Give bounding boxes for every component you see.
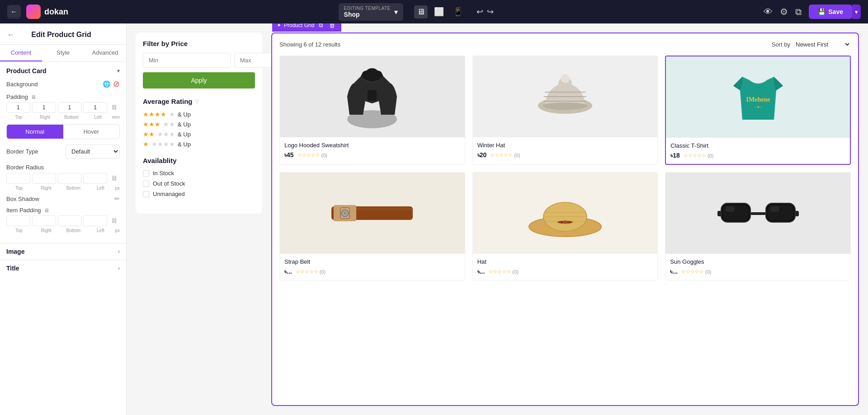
product-rating-goggles: ☆☆☆☆☆ (0) [681,269,711,275]
grid-toolbar-label: Product Grid [284,23,314,28]
normal-state-button[interactable]: Normal [7,125,63,139]
product-price-belt: ৳... [284,268,292,275]
avail-in-stock[interactable]: In Stock [143,170,255,177]
link-padding-icon[interactable]: ⛓ [109,102,120,113]
product-card-hoodie[interactable]: Logo Hooded Sweatshirt ৳45 ☆☆☆☆☆ (0) [279,56,465,165]
svg-text:IMehene: IMehene [746,96,770,103]
radius-right-input[interactable] [32,173,56,184]
product-price-row-tshirt: ৳18 ☆☆☆☆☆ (0) [670,152,845,159]
sort-select[interactable]: Newest First Price: Low to High Price: H… [794,41,851,48]
panel-back-button[interactable]: ← [7,31,14,39]
globe-icon[interactable]: 🌐 [103,80,110,88]
item-pad-bottom-input[interactable] [58,215,82,226]
settings-icon[interactable]: ⚙ [780,6,788,17]
padding-top-input[interactable] [6,102,30,113]
toolbar-delete-button[interactable]: 🗑 [327,23,337,30]
link-radius-icon[interactable]: ⛓ [109,173,120,184]
content-area: Filter by Price Apply Average Rating ▽ ★… [127,23,868,415]
chevron-down-icon: ▾ [394,8,398,16]
product-card-hat[interactable]: Hat ৳... ☆☆☆☆☆ (0) [472,172,658,280]
save-dropdown-button[interactable]: ▾ [852,5,861,19]
product-rating-hoodie: ☆☆☆☆☆ (0) [297,152,327,158]
product-info-winter-hat: Winter Hat ৳20 ☆☆☆☆☆ (0) [473,137,658,163]
border-type-select[interactable]: Default Solid Dashed Dotted [66,145,120,159]
tablet-icon[interactable]: ⬜ [431,5,447,19]
padding-bottom-input[interactable] [58,102,82,113]
star-4: ☆☆☆☆☆ [296,269,318,275]
panel-title: Edit Product Grid [31,31,91,39]
product-price-winter-hat: ৳20 [477,151,487,159]
item-pad-left-input[interactable] [83,215,107,226]
rating-row-4[interactable]: ★★★★★ & Up [143,111,255,118]
product-price-row-hat: ৳... ☆☆☆☆☆ (0) [477,268,653,275]
ip-left-label: Left [88,228,113,233]
sort-by-label: Sort by [772,41,790,48]
product-card-header[interactable]: Product Card ▾ [6,67,120,75]
svg-point-27 [563,220,567,224]
avail-out-of-stock[interactable]: Out of Stock [143,180,255,187]
tab-content[interactable]: Content [0,45,42,61]
product-price-row-winter-hat: ৳20 ☆☆☆☆☆ (0) [477,151,653,159]
layers-icon[interactable]: ⧉ [795,7,802,17]
rating-row-3[interactable]: ★★★★★ & Up [143,121,255,128]
save-icon: 💾 [818,8,826,15]
image-subsection[interactable]: Image › [0,243,126,260]
padding-right-input[interactable] [32,102,56,113]
apply-button[interactable]: Apply [143,72,255,89]
unmanaged-checkbox[interactable] [143,191,149,197]
ip-top-label: Top [6,228,32,233]
radius-top-input[interactable] [6,173,30,184]
undo-button[interactable]: ↩ [476,7,483,17]
in-stock-checkbox[interactable] [143,170,149,177]
star-3: ☆☆☆☆☆ [684,153,706,159]
back-button[interactable]: ← [7,5,21,19]
rating-row-1[interactable]: ★★★★★ & Up [143,140,255,148]
link-item-pad-icon[interactable]: ⛓ [109,215,120,226]
straw-hat-svg [524,177,606,249]
ip-unit-label: px [115,228,120,233]
preview-icon[interactable]: 👁 [764,7,773,17]
product-card-belt[interactable]: Strap Belt ৳... ☆☆☆☆☆ (0) [279,172,465,280]
background-field: Background 🌐 ⊘ [6,79,120,89]
redo-button[interactable]: ↪ [487,7,494,17]
editing-template-selector[interactable]: EDITING TEMPLATE Shop ▾ [339,3,403,21]
product-card-tshirt[interactable]: IMehene ~✦~ Classic T-Shirt ৳18 ☆☆☆☆☆ (0… [665,56,851,165]
avail-unmanaged[interactable]: Unmanaged [143,191,255,197]
hover-state-button[interactable]: Hover [63,125,120,139]
product-card-title: Product Card [6,67,47,75]
item-pad-right-input[interactable] [32,215,56,226]
product-grid-wrapper: ✦ Product Grid ⧉ 🗑 Showing 6 of 12 resul… [271,33,859,406]
padding-inputs: ⛓ [6,102,120,113]
out-of-stock-checkbox[interactable] [143,181,149,187]
border-radius-label: Border Radius [6,164,44,171]
desktop-icon[interactable]: 🖥 [414,5,428,19]
svg-rect-30 [750,212,766,215]
products-grid: Logo Hooded Sweatshirt ৳45 ☆☆☆☆☆ (0) [279,56,851,280]
price-min-input[interactable] [143,53,231,68]
radius-left-input[interactable] [83,173,107,184]
product-card-goggles[interactable]: Sun Goggles ৳... ☆☆☆☆☆ (0) [665,172,851,280]
product-price-row-hoodie: ৳45 ☆☆☆☆☆ (0) [284,151,460,159]
empty-2: ★★ [163,121,175,128]
r-unit-label: px [115,186,120,191]
tab-style[interactable]: Style [42,45,84,61]
item-pad-top-input[interactable] [6,215,30,226]
star-5: ☆☆☆☆☆ [488,269,511,275]
rating-count-hat: (0) [512,269,518,275]
mobile-icon[interactable]: 📱 [450,5,466,19]
padding-left-input[interactable] [83,102,107,113]
radius-bottom-input[interactable] [58,173,82,184]
toolbar-copy-button[interactable]: ⧉ [317,23,325,30]
clear-background-icon[interactable]: ⊘ [113,79,120,89]
nav-center: EDITING TEMPLATE Shop ▾ 🖥 ⬜ 📱 ↩ ↪ [339,3,494,21]
box-shadow-edit-icon[interactable]: ✏ [114,195,120,202]
item-padding-label: Item Padding [6,207,41,214]
title-subsection[interactable]: Title › [0,260,126,276]
rating-row-2[interactable]: ★★★★★ & Up [143,131,255,138]
save-button[interactable]: 💾 Save [809,5,852,19]
results-count: Showing 6 of 12 results [279,41,340,48]
product-card-winter-hat[interactable]: Winter Hat ৳20 ☆☆☆☆☆ (0) [472,56,658,165]
empty-3: ★★★ [157,131,175,138]
product-info-belt: Strap Belt ৳... ☆☆☆☆☆ (0) [280,254,465,280]
tab-advanced[interactable]: Advanced [84,45,126,61]
